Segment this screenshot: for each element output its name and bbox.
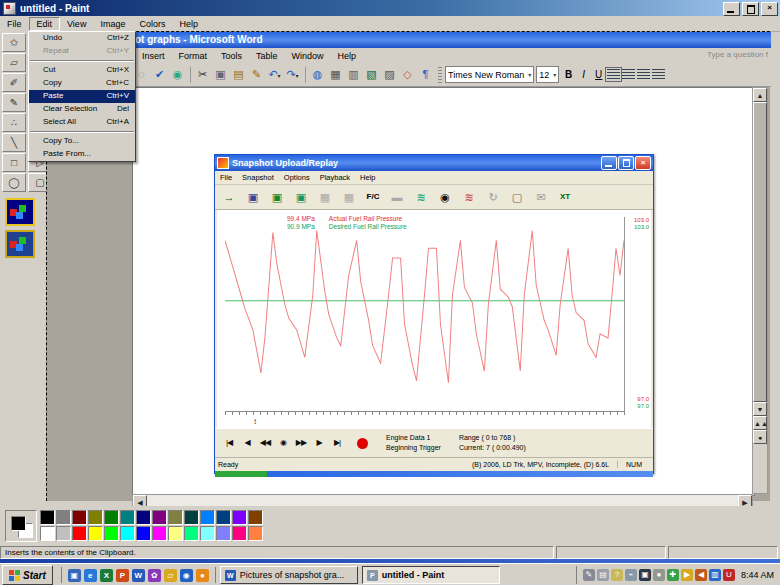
fast-forward-button[interactable]: ▶▶ <box>293 436 309 450</box>
shield-green-icon[interactable]: ✚ <box>667 569 679 581</box>
previous-page-icon[interactable]: ▲▲ <box>753 416 767 430</box>
edit-menu-item-select-all[interactable]: Select AllCtrl+A <box>29 116 135 129</box>
show-hide-icon[interactable]: ¶ <box>417 66 434 83</box>
edit-menu-item-paste[interactable]: PasteCtrl+V <box>29 90 135 103</box>
folder-icon[interactable]: ▱ <box>164 569 177 582</box>
toolbox-option-icon-1[interactable] <box>5 198 35 226</box>
insert-excel-icon[interactable]: ▧ <box>363 66 380 83</box>
color-swatch[interactable] <box>248 526 263 541</box>
color-swatch[interactable] <box>232 510 247 525</box>
msn-icon[interactable]: ✿ <box>148 569 161 582</box>
tables-borders-icon[interactable]: ▦ <box>327 66 344 83</box>
pen-icon[interactable]: ✎ <box>583 569 595 581</box>
color-swatch[interactable] <box>152 526 167 541</box>
color-swatch[interactable] <box>200 526 215 541</box>
word-menu-insert[interactable]: Insert <box>135 51 172 61</box>
playback-cursor-marker[interactable]: ↕ <box>253 418 257 426</box>
snapshot-menu-snapshot[interactable]: Snapshot <box>237 173 279 182</box>
foreground-color-swatch[interactable] <box>11 516 26 531</box>
paste-icon[interactable]: ▤ <box>230 66 247 83</box>
hyperlink-icon[interactable]: ◍ <box>309 66 326 83</box>
wireless-icon[interactable]: ▶ <box>681 569 693 581</box>
grid-view-icon[interactable]: ▦ <box>314 187 336 207</box>
color-swatch[interactable] <box>136 510 151 525</box>
color-swatch[interactable] <box>168 526 183 541</box>
scroll-up-icon[interactable]: ▲ <box>753 88 767 102</box>
display-icon[interactable]: ▣ <box>639 569 651 581</box>
undo-icon[interactable]: ↶▾ <box>266 66 283 83</box>
snapshot-menu-file[interactable]: File <box>215 173 237 182</box>
tablet-icon[interactable]: ▤ <box>597 569 609 581</box>
word-menu-window[interactable]: Window <box>285 51 331 61</box>
paint-menu-file[interactable]: File <box>0 18 29 30</box>
color-swatch[interactable] <box>56 526 71 541</box>
device-replay-icon[interactable]: ▣ <box>290 187 312 207</box>
snapshot-minimize-button[interactable] <box>601 156 617 170</box>
color-swatch[interactable] <box>88 510 103 525</box>
color-swatch[interactable] <box>184 510 199 525</box>
paint-menu-image[interactable]: Image <box>93 18 132 30</box>
step-forward-button[interactable]: ▶ <box>311 436 327 450</box>
cut-icon[interactable]: ✂ <box>194 66 211 83</box>
word-menu-format[interactable]: Format <box>172 51 215 61</box>
snapshot-menu-options[interactable]: Options <box>279 173 315 182</box>
edit-menu-item-cut[interactable]: CutCtrl+X <box>29 64 135 77</box>
volume-icon[interactable]: ◀ <box>695 569 707 581</box>
color-swatch[interactable] <box>104 510 119 525</box>
ruler-icon[interactable]: ▬ <box>386 187 408 207</box>
paint-menu-colors[interactable]: Colors <box>132 18 172 30</box>
edit-menu-item-paste-from[interactable]: Paste From... <box>29 148 135 161</box>
upload-device-icon[interactable]: ▣ <box>242 187 264 207</box>
color-picker-tool[interactable]: ✐ <box>2 73 26 92</box>
format-painter-icon[interactable]: ✎ <box>248 66 265 83</box>
lock-icon[interactable]: ◉ <box>434 187 456 207</box>
word-vertical-scrollbar[interactable]: ▲ ▼ ▲▲ ● <box>752 87 768 494</box>
align-center-icon[interactable] <box>622 69 635 80</box>
italic-button[interactable]: I <box>576 67 591 83</box>
bold-button[interactable]: B <box>561 67 576 83</box>
pause-button[interactable]: ◉ <box>275 436 291 450</box>
edit-menu-item-repeat[interactable]: RepeatCtrl+Y <box>29 45 135 58</box>
spelling-icon[interactable]: ✔ <box>151 66 168 83</box>
restore-button[interactable] <box>742 2 759 16</box>
airbrush-tool[interactable]: ∴ <box>2 113 26 132</box>
word-menu-help[interactable]: Help <box>331 51 364 61</box>
align-justify-icon[interactable] <box>652 69 665 80</box>
snapshot-menu-help[interactable]: Help <box>355 173 380 182</box>
columns-icon[interactable]: ▨ <box>381 66 398 83</box>
media-player-icon[interactable]: ◉ <box>180 569 193 582</box>
underline-button[interactable]: U <box>591 67 606 83</box>
web-icon[interactable]: ● <box>196 569 209 582</box>
graph-colors-icon[interactable]: ≋ <box>458 187 480 207</box>
snapshot-close-button[interactable]: × <box>635 156 651 170</box>
step-back-button[interactable]: ◀ <box>239 436 255 450</box>
copy-icon[interactable]: ▣ <box>212 66 229 83</box>
insert-table-icon[interactable]: ▥ <box>345 66 362 83</box>
temp-units-icon[interactable]: F/C <box>362 187 384 207</box>
snapshot-restore-button[interactable] <box>618 156 634 170</box>
freeform-select-tool[interactable]: ✩ <box>2 33 26 52</box>
ellipse-tool[interactable]: ◯ <box>2 173 26 192</box>
edit-menu-item-copy-to[interactable]: Copy To... <box>29 135 135 148</box>
pasted-image-selection[interactable]: ot graphs - Microsoft Word InsertFormatT… <box>46 31 770 501</box>
color-swatch[interactable] <box>136 526 151 541</box>
connection-icon[interactable]: ⌁ <box>625 569 637 581</box>
line-tool[interactable]: ╲ <box>2 133 26 152</box>
font-size-select[interactable]: 12▾ <box>536 66 559 83</box>
edit-menu-item-copy[interactable]: CopyCtrl+C <box>29 77 135 90</box>
snapshot-menu-playback[interactable]: Playback <box>315 173 355 182</box>
edit-menu-item-clear-selection[interactable]: Clear SelectionDel <box>29 103 135 116</box>
grid-view-2-icon[interactable]: ▦ <box>338 187 360 207</box>
color-swatch[interactable] <box>216 526 231 541</box>
color-swatch[interactable] <box>168 510 183 525</box>
color-swatch[interactable] <box>120 510 135 525</box>
eraser-tool[interactable]: ▱ <box>2 53 26 72</box>
align-right-icon[interactable] <box>637 69 650 80</box>
close-button[interactable]: × <box>761 2 778 16</box>
record-button[interactable] <box>357 438 368 449</box>
word-menu-table[interactable]: Table <box>249 51 285 61</box>
rewind-button[interactable]: ◀◀ <box>257 436 273 450</box>
go-start-button[interactable]: |◀ <box>221 436 237 450</box>
xt-icon[interactable]: XT <box>554 187 576 207</box>
scrollbar-thumb[interactable] <box>753 102 767 402</box>
